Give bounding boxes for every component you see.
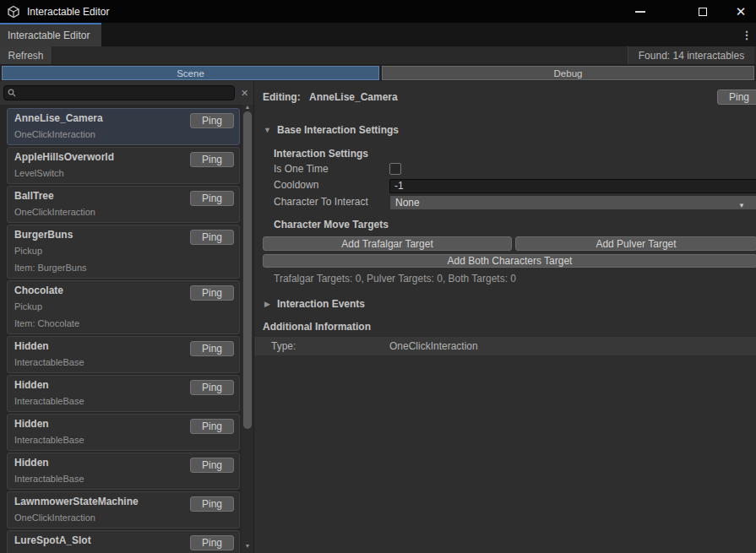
list-item-subtitle: InteractableBase <box>14 395 232 412</box>
close-button[interactable]: ✕ <box>728 0 753 23</box>
list-item-lines: OneClickInteraction <box>14 206 232 223</box>
list-item-ping-button[interactable]: Ping <box>190 152 234 167</box>
list-item-subtitle: InteractableBase <box>14 473 232 490</box>
list-item-lines: LevelSwitch <box>14 167 232 184</box>
found-count-label: Found: 14 interactables <box>628 46 754 64</box>
list-item-ping-button[interactable]: Ping <box>190 285 234 301</box>
interactables-list: AnneLise_CameraPingOneClickInteractionAp… <box>0 105 253 553</box>
scrollbar-thumb[interactable] <box>243 111 252 429</box>
list-item-ping-button[interactable]: Ping <box>190 419 234 434</box>
tab-scene[interactable]: Scene <box>2 66 379 80</box>
tab-interactable-editor[interactable]: Interactable Editor <box>0 23 101 46</box>
foldout-open-icon[interactable]: ▼ <box>264 126 271 134</box>
character-to-interact-label: Character To Interact <box>274 196 368 208</box>
cooldown-label: Cooldown <box>274 179 318 191</box>
list-item-subtitle: InteractableBase <box>14 356 232 373</box>
interaction-settings-header: Interaction Settings <box>274 148 368 160</box>
list-item-lines: InteractableBase <box>14 434 232 451</box>
search-input[interactable] <box>16 87 234 99</box>
search-icon <box>8 89 16 97</box>
list-item-ping-button[interactable]: Ping <box>190 230 234 245</box>
list-item-subtitle: Pickup <box>14 301 232 317</box>
interactables-panel: ✕ AnneLise_CameraPingOneClickInteraction… <box>0 81 253 553</box>
foldout-collapsed-icon[interactable]: ▶ <box>264 300 270 308</box>
character-to-interact-dropdown[interactable]: None ▼ <box>389 195 756 210</box>
list-item-ping-button[interactable]: Ping <box>190 535 234 550</box>
maximize-button[interactable] <box>690 0 715 23</box>
minimize-button[interactable] <box>628 0 653 23</box>
scroll-up-icon[interactable]: ▲ <box>242 105 253 111</box>
list-item-ping-button[interactable]: Ping <box>190 458 234 473</box>
refresh-button[interactable]: Refresh <box>0 46 52 64</box>
list-item-lines: InteractableBase <box>14 473 232 490</box>
list-item-ping-button[interactable]: Ping <box>190 496 234 512</box>
list-item[interactable]: HiddenPingInteractableBase <box>7 414 240 451</box>
base-interaction-foldout[interactable]: Base Interaction Settings <box>277 124 399 136</box>
list-item[interactable]: BurgerBunsPingPickupItem: BurgerBuns <box>7 225 240 279</box>
targets-summary: Trafalgar Targets: 0, Pulver Targets: 0,… <box>274 273 516 285</box>
list-item-subtitle: OneClickInteraction <box>14 512 232 529</box>
list-item-lines: PickupItem: Chocolate <box>14 301 232 334</box>
list-item-subtitle: OneClickInteraction <box>14 206 232 223</box>
list-item-subtitle: InteractableBase <box>14 434 232 451</box>
list-item[interactable]: AnneLise_CameraPingOneClickInteraction <box>7 108 240 145</box>
is-one-time-checkbox[interactable] <box>389 163 401 175</box>
add-pulver-target-button[interactable]: Add Pulver Target <box>515 236 756 251</box>
window-menu-dots-icon[interactable]: ⋮ <box>739 23 754 46</box>
document-tab-bar: Interactable Editor ⋮ <box>0 23 756 46</box>
interactable-editor-window: Interactable Editor ✕ Interactable Edito… <box>0 0 756 553</box>
type-row: Type: OneClickInteraction <box>254 337 756 355</box>
interaction-events-foldout[interactable]: Interaction Events <box>277 298 365 310</box>
list-item-lines: InteractableBase <box>14 356 232 373</box>
type-value: OneClickInteraction <box>389 337 478 355</box>
add-trafalgar-target-button[interactable]: Add Trafalgar Target <box>263 236 512 251</box>
window-title: Interactable Editor <box>27 6 109 18</box>
cooldown-input[interactable]: -1 <box>389 179 756 193</box>
list-item[interactable]: LureSpotA_SlotPingOneClickInteraction <box>7 530 240 553</box>
chevron-down-icon: ▼ <box>738 199 745 213</box>
type-label: Type: <box>271 337 296 355</box>
toolbar: Refresh Found: 14 interactables <box>0 46 756 65</box>
list-item-subtitle: Item: BurgerBuns <box>14 262 232 279</box>
list-item-subtitle: OneClickInteraction <box>14 128 232 145</box>
list-item-ping-button[interactable]: Ping <box>190 380 234 395</box>
scroll-down-icon[interactable]: ▼ <box>242 542 253 550</box>
list-scrollbar[interactable]: ▲ ▼ <box>242 105 253 553</box>
editing-label: Editing: <box>263 91 301 103</box>
list-item-subtitle: LevelSwitch <box>14 167 232 184</box>
list-item[interactable]: ChocolatePingPickupItem: Chocolate <box>7 280 240 334</box>
list-item-ping-button[interactable]: Ping <box>190 113 234 128</box>
list-item-lines: PickupItem: BurgerBuns <box>14 245 232 279</box>
list-item-subtitle: Pickup <box>14 245 232 262</box>
character-dropdown-value: None <box>395 197 420 209</box>
list-item-subtitle: Item: Chocolate <box>14 317 232 334</box>
editing-value: AnneLise_Camera <box>309 91 398 103</box>
search-clear-icon[interactable]: ✕ <box>237 85 252 100</box>
view-tabs: Scene Debug <box>0 65 756 81</box>
is-one-time-label: Is One Time <box>274 163 329 175</box>
tab-debug[interactable]: Debug <box>382 66 754 80</box>
minimize-icon <box>635 11 645 13</box>
move-targets-header: Character Move Targets <box>274 219 389 230</box>
title-bar: Interactable Editor ✕ <box>0 0 756 23</box>
editor-panel: Editing: AnneLise_Camera Ping ▼ Base Int… <box>253 81 756 553</box>
app-cube-icon <box>7 5 20 19</box>
maximize-icon <box>699 8 707 16</box>
list-item-lines: OneClickInteraction <box>14 512 232 529</box>
list-item[interactable]: HiddenPingInteractableBase <box>7 375 240 412</box>
list-item[interactable]: AppleHillsOverworldPingLevelSwitch <box>7 147 240 184</box>
list-item[interactable]: HiddenPingInteractableBase <box>7 336 240 373</box>
additional-information-header: Additional Information <box>263 321 371 333</box>
search-row: ✕ <box>0 81 253 105</box>
interactables-rows: AnneLise_CameraPingOneClickInteractionAp… <box>7 108 240 553</box>
add-both-characters-target-button[interactable]: Add Both Characters Target <box>263 254 756 268</box>
list-item[interactable]: HiddenPingInteractableBase <box>7 453 240 490</box>
search-field[interactable] <box>3 85 235 100</box>
list-item[interactable]: BallTreePingOneClickInteraction <box>7 186 240 223</box>
list-item[interactable]: LawnmowerStateMachinePingOneClickInterac… <box>7 491 240 529</box>
editor-ping-button[interactable]: Ping <box>717 89 756 105</box>
list-item-ping-button[interactable]: Ping <box>190 191 234 206</box>
list-item-ping-button[interactable]: Ping <box>190 341 234 356</box>
list-item-lines: OneClickInteraction <box>14 128 232 145</box>
list-item-lines: InteractableBase <box>14 395 232 412</box>
